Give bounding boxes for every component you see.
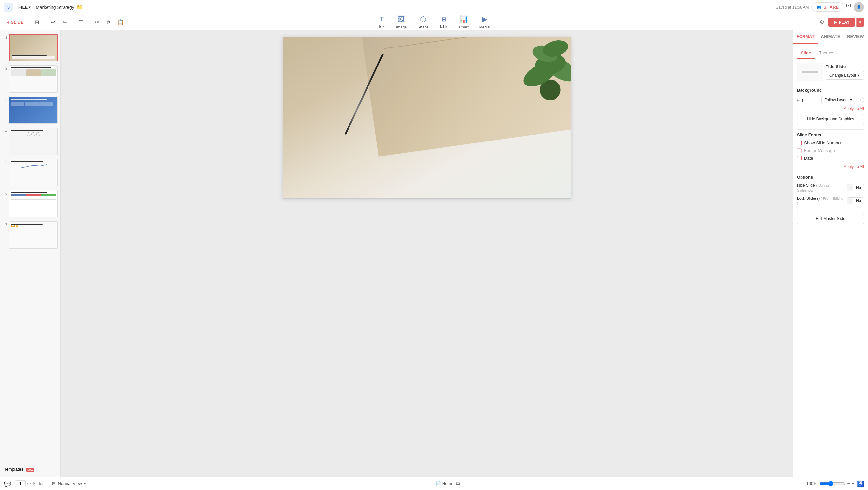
date-checkbox[interactable] [797,156,802,160]
themes-subtab[interactable]: Themes [815,48,838,59]
chart-icon: 📊 [460,15,468,24]
show-slide-number-row: Show Slide Number [797,141,864,146]
zoom-slider[interactable] [819,481,845,486]
cut-button[interactable]: ✂ [92,17,102,28]
layout-button[interactable]: ⊞ [32,17,42,28]
document-title: Marketing Strategy 📁 [36,4,83,10]
fill-info-button[interactable]: i [858,97,864,103]
fill-expand-icon[interactable]: ▶ [797,98,800,102]
slide-preview-3 [9,97,58,124]
zoom-level: 100% [806,481,817,486]
text-label: Text [378,24,385,29]
slide-thumb-7[interactable]: 7 [0,220,60,250]
view-label: Normal View [58,481,82,486]
apply-to-all-footer-button[interactable]: Apply To All [797,164,864,169]
view-selector[interactable]: ⊞ Normal View ▾ [50,480,88,487]
notes-button[interactable]: 📄 Notes [436,481,453,486]
notifications-icon[interactable]: ✉ [846,2,851,12]
tab-animate[interactable]: ANIMATE [818,30,843,43]
table-tool[interactable]: ⊞ Table [434,14,454,30]
divider [797,129,864,130]
play-triangle-icon: ▶ [834,20,837,25]
duplicate-slide-button[interactable]: ⧉ [456,481,460,487]
share-button[interactable]: 👥 SHARE [811,2,843,12]
undo-button[interactable]: ↩ [48,17,58,28]
slide-preview-7 [9,221,58,249]
slide-preview-5 [9,159,58,186]
slide-num-5: 5 [3,160,7,164]
layout-title: Title Slide [826,64,864,69]
layout-preview-bar [802,71,818,73]
zoom-plus-icon[interactable]: + [851,481,854,486]
slide-subtab[interactable]: Slide [797,48,815,59]
layout-preview [797,63,823,81]
show-slide-number-checkbox[interactable] [797,141,802,146]
slide-counter: / 7 Slides [15,480,44,487]
add-slide-button[interactable]: + SLIDE [4,18,26,27]
slide-thumb-4[interactable]: 4 [0,126,60,156]
format-paint-button[interactable]: ⊤ [76,17,86,28]
file-chevron-icon: ▾ [29,5,30,9]
slide-num-2: 2 [3,66,7,70]
paste-button[interactable]: 📋 [115,17,126,28]
slide-thumb-5[interactable]: 5 [0,157,60,187]
change-layout-button[interactable]: Change Layout ▾ [826,71,864,80]
media-label: Media [479,25,490,29]
slide-num-3: 3 [3,98,7,102]
chart-tool[interactable]: 📊 Chart [454,14,474,31]
bottom-bar: 💬 / 7 Slides ⊞ Normal View ▾ 📄 Notes ⧉ 1… [0,477,868,490]
follow-layout-label: Follow Layout [825,98,849,102]
editor-area[interactable] [61,30,793,477]
footer-section: Show Slide Number Footer Message Date [797,141,864,160]
lock-slide-toggle-left[interactable]: i [847,197,853,204]
tab-review[interactable]: REVIEW [843,30,868,43]
toolbar: + SLIDE ⊞ ↩ ↪ ⊤ ✂ ⧉ 📋 T Text 🖼 Image ⬡ S… [0,14,868,30]
hide-background-graphics-button[interactable]: Hide Background Graphics [797,114,864,124]
divider [797,172,864,172]
hide-slide-toggle-no[interactable]: No [853,184,864,191]
slide-thumb-2[interactable]: 2 [0,64,60,94]
shape-tool[interactable]: ⬡ Shape [412,14,434,31]
zoom-minus-icon[interactable]: − [847,481,850,486]
hide-slide-toggle-left[interactable]: i [847,184,853,191]
slide-canvas[interactable] [283,37,571,199]
accessibility-icon[interactable]: ♿ [857,480,864,487]
title-text: Marketing Strategy [36,5,74,10]
apply-to-all-fill-button[interactable]: Apply To All [797,106,864,111]
share-label: SHARE [824,5,839,9]
hide-slide-toggle[interactable]: i No [847,184,864,191]
separator [73,18,73,27]
lock-slide-toggle[interactable]: i No [847,197,864,204]
show-slide-number-label: Show Slide Number [804,141,842,146]
slide-thumb-1[interactable]: 1 [0,33,60,63]
image-icon: 🖼 [398,15,405,24]
image-tool[interactable]: 🖼 Image [391,14,412,31]
file-button[interactable]: FILE ▾ [16,3,33,11]
templates-button[interactable]: Templates New [0,464,60,474]
tab-format[interactable]: FORMAT [793,30,818,43]
copy-button[interactable]: ⧉ [103,17,114,28]
slide-number-input[interactable] [15,480,26,487]
play-dropdown-button[interactable]: ▾ [856,18,864,27]
media-tool[interactable]: ▶ Media [474,14,495,31]
slide-num-4: 4 [3,129,7,133]
redo-button[interactable]: ↪ [60,17,70,28]
footer-message-label: Footer Message [804,148,835,153]
slide-thumb-3[interactable]: 3 [0,95,60,125]
slide-thumb-6[interactable]: 6 [0,189,60,218]
settings-icon[interactable]: ⚙ [816,17,827,28]
slide-preview-4 [9,128,58,155]
follow-layout-dropdown[interactable]: Follow Layout ▾ [822,96,855,104]
right-panel: FORMAT ANIMATE REVIEW Slide Themes Title… [793,30,868,477]
text-tool[interactable]: T Text [373,14,391,30]
comment-icon[interactable]: 💬 [4,480,11,487]
lock-slide-toggle-no[interactable]: No [853,197,864,204]
edit-master-slide-button[interactable]: Edit Master Slide [797,214,864,224]
plant-shape [524,37,570,110]
chart-label: Chart [459,25,468,29]
slide-num-7: 7 [3,223,7,227]
play-button[interactable]: ▶ PLAY [828,18,855,27]
footer-message-checkbox[interactable] [797,148,802,153]
view-grid-icon: ⊞ [52,481,56,486]
user-avatar[interactable]: 👤 [854,2,864,12]
